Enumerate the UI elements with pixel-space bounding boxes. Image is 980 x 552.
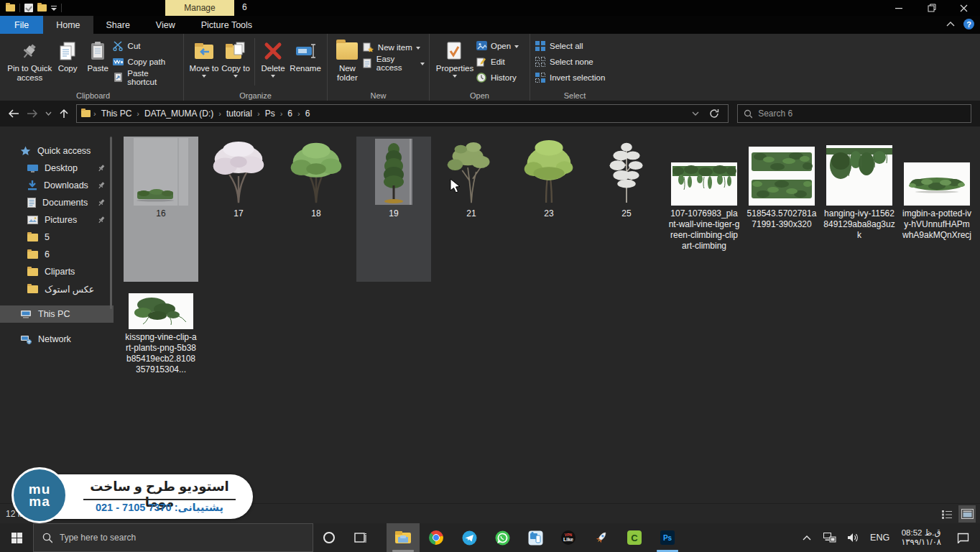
taskbar-telegram[interactable] xyxy=(453,523,486,552)
sidebar-scrollbar[interactable] xyxy=(110,137,112,309)
sidebar-item-network[interactable]: Network xyxy=(0,331,114,348)
cut-button[interactable]: Cut xyxy=(113,40,179,52)
tab-home[interactable]: Home xyxy=(43,16,93,34)
volume-icon[interactable] xyxy=(844,533,861,543)
tab-view[interactable]: View xyxy=(143,16,188,34)
cut-icon xyxy=(113,40,124,52)
help-icon[interactable]: ? xyxy=(963,19,974,29)
tab-file[interactable]: File xyxy=(0,16,43,34)
sidebar-item-cliparts[interactable]: Cliparts xyxy=(0,263,114,280)
tab-share[interactable]: Share xyxy=(93,16,143,34)
tab-picture-tools[interactable]: Picture Tools xyxy=(188,16,265,34)
file-tile-17[interactable]: 17 xyxy=(201,137,276,282)
collapse-ribbon-icon[interactable] xyxy=(946,22,955,27)
file-tile-hanging-ivy[interactable]: hanging-ivy-11562849129aba8ag3uzk xyxy=(822,137,897,282)
history-button[interactable]: History xyxy=(476,71,519,83)
breadcrumb-6[interactable]: 6 xyxy=(282,109,297,119)
copy-to-button[interactable]: Copy to xyxy=(220,37,251,78)
properties-button[interactable]: Properties xyxy=(434,37,476,78)
select-none-button[interactable]: Select none xyxy=(535,55,605,68)
file-tile-imgbin-potted-ivy[interactable]: imgbin-a-potted-ivy-hVUnnufHAPmwhA9akMQn… xyxy=(900,137,974,282)
close-button[interactable] xyxy=(948,0,980,16)
taskbar-search-input[interactable] xyxy=(60,533,304,543)
customize-qat-icon[interactable] xyxy=(51,6,57,11)
language-indicator[interactable]: ENG xyxy=(867,533,892,543)
restore-button[interactable] xyxy=(915,0,948,16)
taskbar: VPN Like C Ps ENG ق.ظ 08:52 ۱۳۹۹/۱۱/۰۸ xyxy=(0,523,980,552)
start-button[interactable] xyxy=(0,523,33,552)
file-tile-16[interactable]: 16 xyxy=(124,137,198,282)
sidebar-item-downloads[interactable]: Downloads xyxy=(0,177,114,194)
properties-qat-icon[interactable] xyxy=(24,4,33,12)
taskbar-chrome[interactable] xyxy=(420,523,453,552)
task-view-button[interactable] xyxy=(345,523,376,552)
invert-selection-button[interactable]: Invert selection xyxy=(535,71,605,83)
minimize-button[interactable] xyxy=(883,0,915,16)
paste-shortcut-button[interactable]: Paste shortcut xyxy=(113,71,179,83)
sidebar-item-6[interactable]: 6 xyxy=(0,246,114,263)
file-tile-18[interactable]: 18 xyxy=(279,137,353,282)
sidebar-item-this-pc[interactable]: This PC xyxy=(0,305,114,323)
taskbar-vpn-app[interactable]: VPN Like xyxy=(552,523,585,552)
open-icon xyxy=(476,40,487,52)
new-folder-button[interactable]: New folder xyxy=(332,37,363,83)
thumbnails-view-button[interactable] xyxy=(958,505,976,523)
breadcrumb[interactable]: › This PC › DATA_MUMA (D:) › tutorial › … xyxy=(76,104,729,123)
paste-button[interactable]: Paste xyxy=(83,37,113,73)
open-button[interactable]: Open xyxy=(476,40,519,52)
pin-to-quick-access-button[interactable]: Pin to Quick access xyxy=(7,37,52,83)
sidebar-item-5[interactable]: 5 xyxy=(0,229,114,246)
action-center-icon[interactable] xyxy=(950,533,976,543)
explorer-search-input[interactable] xyxy=(758,109,965,119)
address-dropdown-icon[interactable] xyxy=(692,111,699,116)
breadcrumb-6-current[interactable]: 6 xyxy=(300,109,315,119)
breadcrumb-ps[interactable]: Ps xyxy=(260,109,280,119)
quick-access-toolbar xyxy=(0,4,62,12)
taskbar-photoshop[interactable]: Ps xyxy=(651,523,684,552)
file-tile-25[interactable]: 25 xyxy=(589,137,664,282)
sidebar-item-pictures[interactable]: Pictures xyxy=(0,211,114,229)
file-tile-19[interactable]: 19 xyxy=(356,137,431,282)
taskbar-clock[interactable]: ق.ظ 08:52 ۱۳۹۹/۱۱/۰۸ xyxy=(898,528,944,547)
explorer-search[interactable] xyxy=(737,104,971,123)
file-tile-23[interactable]: 23 xyxy=(512,137,586,282)
sidebar-item-documents[interactable]: Documents xyxy=(0,194,114,211)
taskbar-search[interactable] xyxy=(33,523,313,552)
up-button[interactable] xyxy=(55,104,73,123)
taskbar-phone-share-app[interactable] xyxy=(519,523,552,552)
taskbar-file-explorer[interactable] xyxy=(387,523,420,552)
taskbar-whatsapp[interactable] xyxy=(486,523,519,552)
tab-manage[interactable]: Manage xyxy=(165,0,234,16)
breadcrumb-tutorial[interactable]: tutorial xyxy=(221,109,257,119)
breadcrumb-this-pc[interactable]: This PC xyxy=(96,109,137,119)
back-button[interactable] xyxy=(4,104,23,123)
windows-logo-icon xyxy=(11,533,22,543)
edit-button[interactable]: Edit xyxy=(476,55,519,68)
delete-button[interactable]: Delete xyxy=(258,37,288,78)
move-to-button[interactable]: Move to xyxy=(188,37,220,78)
breadcrumb-drive[interactable]: DATA_MUMA (D:) xyxy=(139,109,218,119)
sidebar-item-quick-access[interactable]: Quick access xyxy=(0,142,114,160)
file-tile-21[interactable]: 21 xyxy=(434,137,509,282)
forward-button[interactable] xyxy=(23,104,42,123)
new-item-button[interactable]: New item xyxy=(363,41,425,53)
taskbar-rocket-app[interactable] xyxy=(585,523,618,552)
file-tile-518543[interactable]: 518543.5702781a71991-390x320 xyxy=(744,137,819,282)
easy-access-button[interactable]: Easy access xyxy=(363,57,425,69)
sidebar-item-desktop[interactable]: Desktop xyxy=(0,160,114,177)
details-view-button[interactable] xyxy=(938,505,956,523)
hidden-icons-chevron[interactable] xyxy=(798,535,815,540)
rename-button[interactable]: Rename xyxy=(288,37,323,73)
taskbar-camtasia[interactable]: C xyxy=(618,523,651,552)
file-tile-plant-wall-vine[interactable]: 107-1076983_plant-wall-vine-tiger-green-… xyxy=(667,137,741,282)
copy-button[interactable]: Copy xyxy=(52,37,83,73)
new-folder-qat-icon[interactable] xyxy=(37,4,47,12)
refresh-icon[interactable] xyxy=(709,109,719,119)
recent-locations-icon[interactable] xyxy=(42,104,55,123)
sidebar-item-stock-photos[interactable]: عكس استوک xyxy=(0,280,114,298)
select-all-button[interactable]: Select all xyxy=(535,40,605,52)
file-tile-kisspng-vine[interactable]: kisspng-vine-clip-art-plants-png-5b38b85… xyxy=(124,286,198,431)
copy-path-button[interactable]: Copy path xyxy=(113,55,179,68)
cortana-button[interactable] xyxy=(313,523,345,552)
network-icon[interactable] xyxy=(821,533,838,543)
